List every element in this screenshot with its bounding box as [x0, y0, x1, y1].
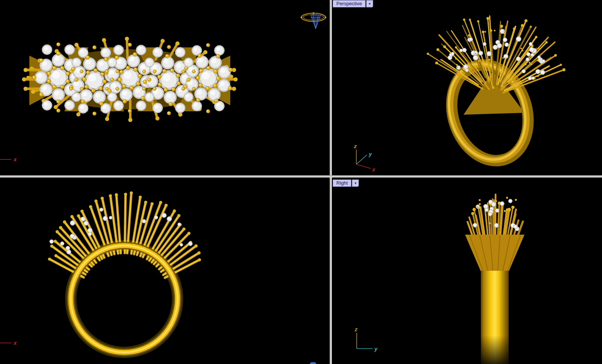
ring-right-view-render	[465, 194, 524, 364]
axis-y-label: y	[368, 151, 372, 157]
top-view-canvas: x	[0, 0, 330, 175]
ring-front-view-render	[48, 191, 201, 352]
axis-indicator-right: z y	[354, 326, 378, 352]
viewport-front-view[interactable]: x	[0, 177, 330, 364]
viewport-title-perspective[interactable]: Perspective ▼	[333, 0, 373, 8]
axis-x-label: x	[13, 156, 17, 162]
viewport-top-view[interactable]: x	[0, 0, 330, 175]
axis-indicator-perspective: z y x	[354, 143, 375, 173]
viewport-perspective[interactable]: z y x Perspective ▼	[332, 0, 602, 175]
ring-perspective-render	[427, 16, 566, 171]
viewport-menu-dropdown-icon[interactable]: ▼	[352, 179, 359, 187]
viewport-splitter-horizontal[interactable]	[0, 175, 602, 177]
viewport-title-text[interactable]: Perspective	[333, 0, 366, 8]
perspective-canvas: z y x	[332, 0, 602, 175]
axis-x-label: x	[372, 167, 375, 173]
axis-z-label: z	[354, 326, 358, 332]
viewport-right-view[interactable]: z y Right ▼	[332, 177, 602, 364]
viewport-title-text[interactable]: Right	[333, 179, 351, 187]
viewport-splitter-vertical[interactable]	[330, 0, 332, 364]
ring-position-icon-top	[301, 12, 326, 29]
front-view-canvas: x	[0, 177, 330, 364]
right-view-canvas: z y	[332, 177, 602, 364]
axis-x-label: x	[13, 340, 17, 346]
ring-top-view-render	[22, 37, 238, 122]
axis-y-label: y	[374, 346, 378, 352]
axis-indicator-top: x	[0, 156, 17, 162]
viewport-menu-dropdown-icon[interactable]: ▼	[366, 0, 373, 8]
axis-z-label: z	[354, 143, 357, 149]
ring-position-icon-front	[304, 362, 323, 364]
axis-indicator-front: x	[0, 340, 17, 346]
viewport-title-right[interactable]: Right ▼	[333, 179, 359, 187]
modeling-viewport-grid: x z y x Perspective ▼	[0, 0, 602, 364]
